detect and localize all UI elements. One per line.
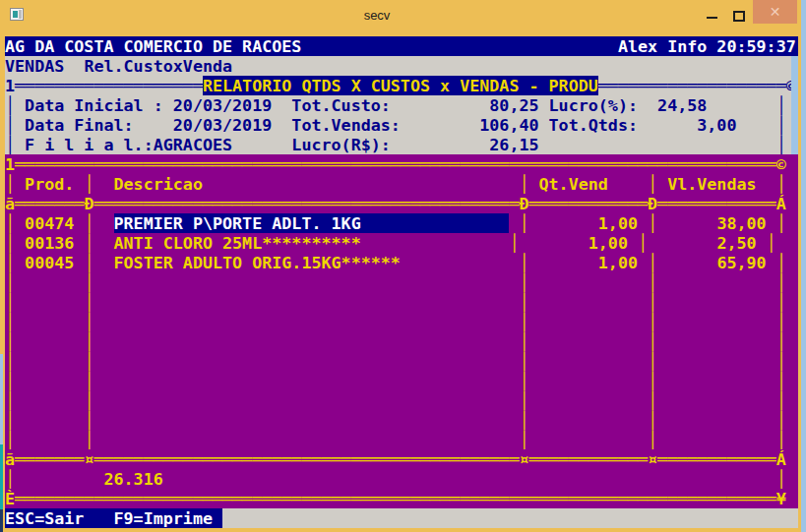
product-desc-selected: PREMIER P\PORTE ADLT. 1KG (114, 213, 361, 233)
text-segment: │ (648, 410, 657, 430)
text-segment: │ (776, 331, 786, 351)
text-segment (93, 292, 519, 312)
table-bottom-border: È═══════════════════════════════════════… (5, 489, 798, 508)
menu-item-vendas[interactable]: VENDAS (5, 56, 64, 76)
text-segment (657, 213, 716, 233)
text-segment: ════════════ (657, 194, 776, 213)
text-segment (15, 371, 84, 390)
text-segment (15, 410, 84, 430)
text-segment (528, 331, 648, 351)
report-title-row: 1═══════════════════RELATORIO QTDS X CUS… (5, 76, 791, 95)
text-segment (163, 469, 776, 489)
text-segment: │ (84, 410, 93, 430)
text-segment (499, 233, 509, 253)
text-segment (757, 233, 767, 253)
text-segment (232, 56, 791, 76)
close-button[interactable]: ✕ (753, 0, 797, 24)
sales-value: 65,90 (716, 253, 766, 272)
maximize-button[interactable] (733, 11, 745, 22)
text-segment: ════════════════════════════════════════… (93, 449, 519, 469)
text-segment: │ (648, 371, 657, 390)
text-segment (509, 253, 519, 272)
text-segment (509, 213, 519, 233)
text-segment (638, 115, 697, 135)
desktop-sliver-left-navy (0, 509, 3, 532)
product-row-selected[interactable]: │ 00474 │ PREMIER P\PORTE ADLT. 1KG │ 1,… (5, 213, 798, 233)
text-segment (84, 508, 113, 528)
hint-f9-imprime: F9=Imprime (114, 508, 213, 528)
text-segment (767, 213, 776, 233)
table-empty-row: │ │ │ │ │ (5, 390, 798, 410)
minimize-button[interactable] (707, 17, 717, 19)
text-segment (15, 351, 84, 371)
text-segment: │ (776, 95, 791, 115)
col-header-prod: Prod. (25, 174, 74, 194)
table-empty-row: │ │ │ │ │ (5, 430, 798, 449)
text-segment (134, 115, 173, 135)
text-segment: │ (648, 390, 657, 410)
product-row[interactable]: │ 00045 │ FOSTER ADULTO ORIG.15KG****** … (5, 253, 798, 272)
filter-row-data-inicial: │ Data Inicial : 20/03/2019 Tot.Custo: 8… (5, 95, 791, 115)
text-segment: │ (509, 233, 519, 253)
text-segment (64, 56, 84, 76)
table-empty-row: │ │ │ │ │ (5, 272, 798, 292)
border-tee: ¤ (519, 449, 528, 469)
text-segment (15, 469, 103, 489)
text-segment (203, 174, 520, 194)
app-window: secv ✕ AG DA COSTA COMERCIO DE RACOES Al… (0, 0, 801, 532)
text-segment: │ (5, 331, 15, 351)
text-segment (786, 312, 796, 331)
text-segment: ════════════════════════════════════════… (93, 194, 519, 213)
text-segment: │ (5, 213, 25, 233)
text-segment (638, 213, 648, 233)
value-data-final: 20/03/2019 (173, 115, 272, 135)
text-segment: │ (776, 410, 786, 430)
label-tot-qtds: Tot.Qtds: (549, 115, 638, 135)
hint-esc-sair: ESC=Sair (5, 508, 84, 528)
col-header-descricao: Descricao (114, 174, 203, 194)
text-segment: │ (519, 410, 528, 430)
text-segment: │ (648, 174, 657, 194)
text-segment (528, 351, 648, 371)
text-segment (272, 115, 291, 135)
text-segment: │ (648, 351, 657, 371)
border-tee: Ð (648, 194, 657, 213)
text-segment: ════════════ (528, 194, 648, 213)
company-name: AG DA COSTA COMERCIO DE RACOES (5, 36, 301, 56)
text-segment: │ (648, 292, 657, 312)
text-segment: │ (519, 390, 528, 410)
window-titlebar: secv ✕ (0, 0, 801, 36)
border-line: ════════════════════════════════════════… (15, 154, 776, 174)
table-empty-row: │ │ │ │ │ (5, 371, 798, 390)
text-segment (15, 272, 84, 292)
table-empty-row: │ │ │ │ │ (5, 410, 798, 430)
text-segment: │ (638, 233, 648, 253)
window-title: secv (0, 8, 754, 23)
text-segment (776, 233, 786, 253)
text-segment (232, 135, 291, 154)
label-lucro-pct: Lucro(%): (549, 95, 638, 115)
value-data-inicial: 20/03/2019 (173, 95, 272, 115)
report-title: RELATORIO QTDS X CUSTOS x VENDAS - PRODU (203, 76, 598, 95)
text-segment (93, 174, 113, 194)
product-row[interactable]: │ 00136 │ ANTI CLORO 25ML********** │ 1,… (5, 233, 798, 253)
text-segment (786, 272, 796, 292)
border-corner-br: ¥ (776, 489, 786, 508)
menu-item-rel-custoxvenda[interactable]: Rel.CustoxVenda (84, 56, 232, 76)
text-segment: │ (519, 430, 528, 449)
text-segment: │ (84, 331, 93, 351)
text-segment (401, 115, 479, 135)
label-tot-vendas: Tot.Vendas: (291, 115, 401, 135)
text-segment (74, 253, 84, 272)
text-segment (539, 95, 549, 115)
text-segment: │ (776, 213, 786, 233)
text-segment: │ (648, 213, 657, 233)
border-tee-left: ã (5, 449, 15, 469)
text-segment: │ (5, 351, 15, 371)
text-segment: │ (776, 253, 786, 272)
border-tee: Ð (519, 194, 528, 213)
text-segment (361, 213, 510, 233)
text-segment: │ (776, 469, 786, 489)
qty-sold: 1,00 (598, 253, 638, 272)
border-tee-left: ã (5, 194, 15, 213)
